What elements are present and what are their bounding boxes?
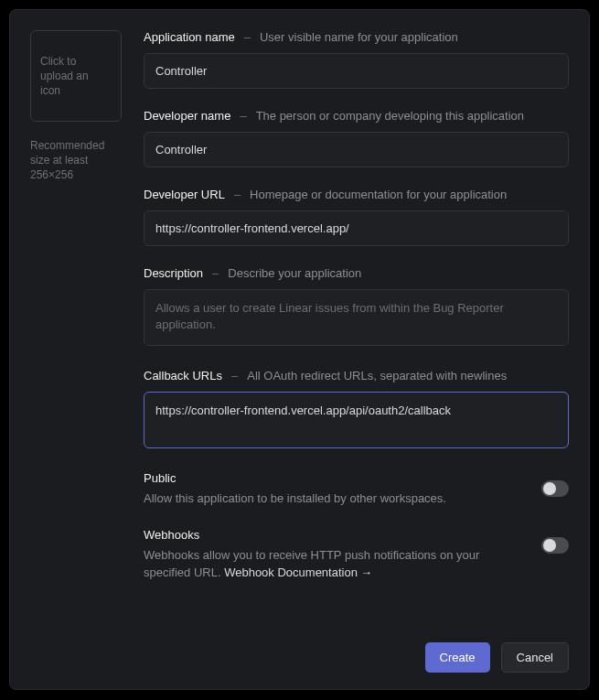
- public-title: Public: [144, 471, 523, 485]
- description-label: Description: [144, 266, 203, 280]
- app-name-input[interactable]: [144, 53, 569, 89]
- public-desc: Allow this application to be installed b…: [144, 490, 523, 508]
- cancel-button[interactable]: Cancel: [501, 642, 569, 673]
- developer-name-input[interactable]: [144, 132, 569, 167]
- app-name-hint: User visible name for your application: [260, 30, 458, 44]
- arrow-right-icon: →: [360, 565, 372, 579]
- developer-name-label: Developer name: [144, 109, 230, 123]
- field-developer-name: Developer name – The person or company d…: [144, 109, 569, 167]
- field-callback-urls: Callback URLs – All OAuth redirect URLs,…: [144, 369, 569, 451]
- upload-icon-box[interactable]: Click to upload an icon: [30, 30, 122, 122]
- callback-urls-input[interactable]: [144, 392, 569, 448]
- callback-label: Callback URLs: [144, 369, 222, 382]
- developer-name-hint: The person or company developing this ap…: [256, 109, 524, 123]
- webhooks-toggle[interactable]: [541, 537, 569, 554]
- webhooks-title: Webhooks: [144, 528, 523, 542]
- form-actions: Create Cancel: [144, 642, 569, 673]
- app-name-label: Application name: [144, 30, 235, 44]
- developer-url-hint: Homepage or documentation for your appli…: [250, 188, 507, 201]
- webhooks-desc: Webhooks allow you to receive HTTP push …: [144, 547, 523, 582]
- field-description: Description – Describe your application: [144, 266, 569, 349]
- recommended-size-text: Recommended size at least 256×256: [30, 138, 122, 183]
- form-column: Application name – User visible name for…: [144, 30, 569, 673]
- webhooks-toggle-row: Webhooks Webhooks allow you to receive H…: [144, 528, 569, 582]
- public-toggle-row: Public Allow this application to be inst…: [144, 471, 569, 508]
- description-input[interactable]: [144, 289, 569, 346]
- icon-column: Click to upload an icon Recommended size…: [30, 30, 122, 673]
- upload-prompt: Click to upload an icon: [40, 54, 112, 99]
- toggle-knob: [543, 539, 556, 552]
- public-toggle[interactable]: [541, 480, 569, 497]
- application-form-panel: Click to upload an icon Recommended size…: [9, 9, 590, 690]
- developer-url-input[interactable]: [144, 210, 569, 246]
- create-button[interactable]: Create: [425, 642, 490, 673]
- webhook-doc-link[interactable]: Webhook Documentation→: [224, 565, 372, 579]
- field-developer-url: Developer URL – Homepage or documentatio…: [144, 188, 569, 246]
- callback-hint: All OAuth redirect URLs, separated with …: [247, 369, 507, 382]
- developer-url-label: Developer URL: [144, 188, 225, 201]
- description-hint: Describe your application: [228, 266, 361, 280]
- field-app-name: Application name – User visible name for…: [144, 30, 569, 89]
- toggle-knob: [543, 482, 556, 495]
